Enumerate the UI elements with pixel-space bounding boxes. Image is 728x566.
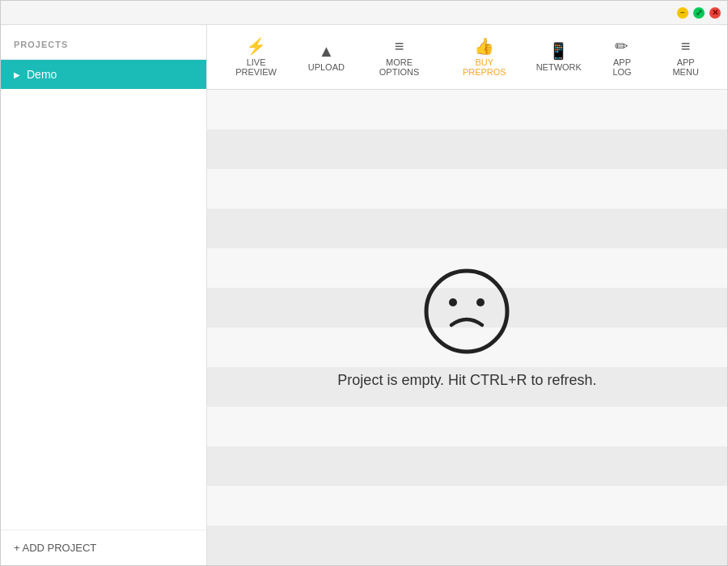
app-menu-label: APP MENU — [665, 57, 706, 77]
svg-point-1 — [449, 298, 457, 306]
close-button[interactable]: ✕ — [709, 7, 721, 19]
empty-state: Project is empty. Hit CTRL+R to refresh. — [337, 267, 596, 389]
network-label: NETWORK — [536, 62, 582, 72]
app-log-label: APP LOG — [605, 57, 640, 77]
window-controls: − ⤢ ✕ — [677, 7, 721, 19]
upload-icon: ▲ — [318, 43, 334, 59]
live-preview-label: LIVE PREVIEW — [228, 57, 284, 77]
sidebar: PROJECTS ▶ Demo + ADD PROJECT — [1, 25, 207, 565]
app-menu-icon: ≡ — [681, 38, 691, 54]
network-button[interactable]: 📱 NETWORK — [526, 36, 592, 78]
sidebar-header: PROJECTS — [1, 25, 206, 60]
live-preview-button[interactable]: ⚡ LIVE PREVIEW — [215, 32, 297, 83]
app-window: − ⤢ ✕ PROJECTS ▶ Demo + ADD PROJECT — [0, 0, 728, 566]
add-project-button[interactable]: + ADD PROJECT — [1, 530, 206, 565]
network-icon: 📱 — [548, 43, 569, 59]
project-list: ▶ Demo — [1, 60, 206, 530]
project-item-demo[interactable]: ▶ Demo — [1, 60, 206, 89]
app-log-button[interactable]: ✏ APP LOG — [592, 32, 653, 83]
svg-point-2 — [476, 298, 485, 306]
content-area: Project is empty. Hit CTRL+R to refresh. — [207, 90, 727, 565]
upload-label: UPLOAD — [308, 62, 345, 72]
buy-prepros-button[interactable]: 👍 BUY PREPROS — [443, 32, 526, 83]
empty-message: Project is empty. Hit CTRL+R to refresh. — [337, 372, 596, 389]
app-layout: PROJECTS ▶ Demo + ADD PROJECT ⚡ LIVE PRE… — [1, 25, 727, 565]
title-bar: − ⤢ ✕ — [1, 1, 727, 25]
more-options-button[interactable]: ≡ MORE OPTIONS — [355, 32, 442, 83]
more-options-label: MORE OPTIONS — [368, 57, 430, 77]
app-menu-button[interactable]: ≡ APP MENU — [652, 32, 719, 83]
lightning-icon: ⚡ — [246, 38, 266, 54]
toolbar-left: ⚡ LIVE PREVIEW ▲ UPLOAD ≡ MORE OPTIONS — [215, 32, 443, 83]
app-log-icon: ✏ — [615, 38, 629, 54]
project-name: Demo — [27, 68, 57, 81]
add-project-label: + ADD PROJECT — [14, 542, 96, 554]
project-arrow-icon: ▶ — [14, 70, 20, 79]
svg-point-0 — [426, 271, 507, 352]
upload-button[interactable]: ▲ UPLOAD — [297, 36, 355, 78]
toolbar: ⚡ LIVE PREVIEW ▲ UPLOAD ≡ MORE OPTIONS 👍 — [207, 25, 727, 90]
minimize-button[interactable]: − — [677, 7, 688, 19]
maximize-button[interactable]: ⤢ — [693, 7, 705, 19]
sad-face-icon — [422, 267, 511, 356]
buy-prepros-label: BUY PREPROS — [456, 57, 513, 77]
more-options-icon: ≡ — [395, 38, 404, 54]
toolbar-right: 👍 BUY PREPROS 📱 NETWORK ✏ APP LOG ≡ APP … — [443, 32, 719, 83]
thumbs-up-icon: 👍 — [474, 38, 494, 54]
main-content: ⚡ LIVE PREVIEW ▲ UPLOAD ≡ MORE OPTIONS 👍 — [207, 25, 727, 565]
